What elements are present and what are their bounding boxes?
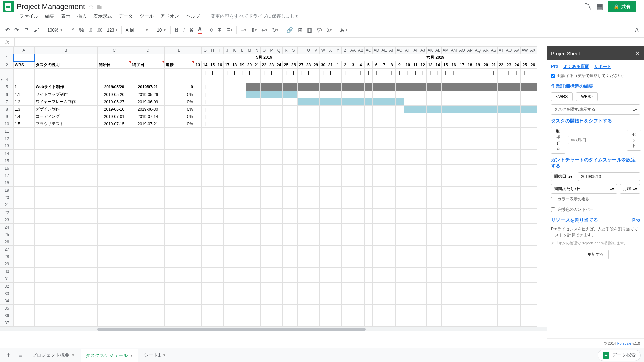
explore-button[interactable]: ✦ データ探索: [598, 350, 641, 361]
italic-button[interactable]: I: [181, 25, 187, 35]
folder-icon[interactable]: 🖿: [96, 3, 102, 10]
comments-icon[interactable]: ▤: [596, 2, 603, 11]
font-size-select[interactable]: 10▼: [155, 26, 168, 34]
strike-button[interactable]: S: [187, 25, 195, 35]
merge-button[interactable]: ⊟▾: [224, 25, 234, 35]
tab-overview[interactable]: プロジェクト概要▼: [27, 349, 79, 362]
collapse-toolbar-button[interactable]: ᐱ: [633, 25, 641, 35]
functions-button[interactable]: Σ▾: [325, 25, 334, 35]
refresh-button[interactable]: 更新する: [583, 250, 609, 259]
activity-icon[interactable]: 〽: [584, 2, 592, 11]
undo-button[interactable]: ↶: [3, 25, 12, 35]
set-date-button[interactable]: セット: [627, 130, 641, 151]
font-select[interactable]: Arial▼: [124, 26, 151, 34]
chart-button[interactable]: ▥: [305, 25, 314, 35]
section-shift: タスクの開始日をシフトする: [551, 118, 640, 124]
close-icon[interactable]: ✕: [635, 50, 640, 57]
rotation-button[interactable]: ↻▾: [270, 25, 280, 35]
comment-button[interactable]: ⊞: [296, 25, 304, 35]
number-format-select[interactable]: 123▾: [105, 26, 119, 34]
menu-help[interactable]: ヘルプ: [183, 12, 203, 21]
fill-color-button[interactable]: ◊: [208, 25, 215, 35]
menu-edit[interactable]: 編集: [42, 12, 57, 21]
star-icon[interactable]: ☆: [88, 3, 94, 10]
sidebar-title: ProjectSheet: [551, 51, 580, 56]
support-link[interactable]: サポート: [594, 64, 611, 70]
currency-button[interactable]: ¥: [69, 25, 76, 35]
sidebar-footer: © 2014 Forscale v.1.0: [547, 338, 644, 348]
menu-format[interactable]: 表示形式: [91, 12, 115, 21]
link-button[interactable]: 🔗: [284, 25, 295, 35]
color-progress-checkbox[interactable]: カラー表示の進歩: [551, 196, 640, 202]
borders-button[interactable]: ⊞: [215, 25, 224, 35]
decrease-decimal-button[interactable]: .0: [87, 26, 94, 34]
filter-button[interactable]: ▽▾: [315, 25, 324, 35]
v-align-button[interactable]: ⬍▾: [249, 25, 259, 35]
explore-icon: ✦: [603, 352, 609, 359]
menubar: ファイル 編集 表示 挿入 表示形式 データ ツール アドオン ヘルプ 変更内容…: [0, 11, 644, 23]
resource-text: Proライセンスを使えば、人と手段を割り当ててコストを計算できます。: [551, 226, 640, 238]
menu-data[interactable]: データ: [116, 12, 136, 21]
redo-button[interactable]: ↷: [12, 25, 21, 35]
paint-format-button[interactable]: 🖌: [32, 25, 41, 35]
section-resource: リソースを割り当てる Pro: [551, 217, 640, 223]
spreadsheet-grid[interactable]: ABCDEFGHIJKLMNOPQRSTUVWXYZAAABACADAEAFAG…: [0, 46, 537, 327]
shift-date-input[interactable]: [568, 136, 624, 144]
forscale-link[interactable]: Forscale: [617, 341, 631, 345]
formula-input[interactable]: [15, 41, 644, 43]
scale-date-input[interactable]: [578, 172, 640, 181]
section-wbs: 作業詳細構造の編集: [551, 83, 640, 89]
projectsheet-sidebar: ProjectSheet ✕ Pro よくある質問 サポート 翻訳する（英語で連…: [547, 46, 644, 348]
bottom-bar: + ≡ プロジェクト概要▼ タスクスケジュール▼ シート1▼ ✦ データ探索: [0, 348, 644, 362]
h-align-button[interactable]: ≡▾: [239, 25, 248, 35]
add-sheet-button[interactable]: +: [3, 349, 14, 362]
lock-icon: 🔒: [613, 4, 619, 9]
ime-button[interactable]: あ▾: [338, 26, 350, 35]
weekday-dropdown[interactable]: 月曜▴▾: [620, 184, 640, 194]
period-dropdown[interactable]: 期間あたり7日▴▾: [551, 184, 617, 194]
scale-mode-dropdown[interactable]: 開始日▴▾: [551, 172, 575, 181]
resource-pro-link[interactable]: Pro: [632, 217, 640, 223]
fx-label: fx: [0, 38, 15, 46]
wrap-button[interactable]: ↩▾: [259, 25, 269, 35]
percent-button[interactable]: %: [77, 25, 86, 35]
get-date-button[interactable]: 取得する: [551, 127, 565, 154]
print-button[interactable]: 🖶: [21, 25, 31, 35]
text-color-button[interactable]: A: [196, 25, 204, 36]
increase-decimal-button[interactable]: .00: [95, 26, 104, 34]
hide-task-dropdown[interactable]: タスクを隠す/表示する▴▾: [551, 104, 640, 115]
zoom-select[interactable]: 100%▼: [45, 26, 65, 34]
translate-checkbox[interactable]: 翻訳する（英語で連絡してください）: [551, 73, 640, 79]
bold-button[interactable]: B: [173, 25, 181, 35]
progress-bar-checkbox[interactable]: 進捗色のガントバー: [551, 207, 640, 213]
menu-insert[interactable]: 挿入: [74, 12, 89, 21]
tab-schedule[interactable]: タスクスケジュール▼: [81, 349, 138, 362]
share-button[interactable]: 🔒共有: [608, 1, 636, 12]
faq-link[interactable]: よくある質問: [563, 64, 589, 70]
menu-file[interactable]: ファイル: [17, 12, 41, 21]
all-sheets-button[interactable]: ≡: [15, 349, 26, 362]
doc-title[interactable]: Project Management: [17, 2, 85, 11]
pro-link[interactable]: Pro: [551, 64, 558, 70]
sheets-logo[interactable]: [3, 1, 14, 12]
menu-view[interactable]: 表示: [58, 12, 73, 21]
toolbar: ↶ ↷ 🖶 🖌 100%▼ ¥ % .0 .00 123▾ Arial▼ 10▼…: [0, 23, 644, 38]
wbs-in-button[interactable]: <WBS: [551, 92, 573, 101]
menu-addons[interactable]: アドオン: [158, 12, 182, 21]
menu-tools[interactable]: ツール: [137, 12, 156, 21]
section-scale: ガントチャートのタイムスケールを設定する: [551, 157, 640, 169]
h-scrollbar[interactable]: [0, 327, 547, 331]
remove-text: アドオンの管理でProjectSheetを削除します。: [551, 241, 640, 246]
tab-sheet1[interactable]: シート1▼: [139, 349, 171, 362]
save-status[interactable]: 変更内容をすべてドライブに保存しました: [208, 12, 303, 21]
wbs-out-button[interactable]: WBS>: [576, 92, 597, 101]
